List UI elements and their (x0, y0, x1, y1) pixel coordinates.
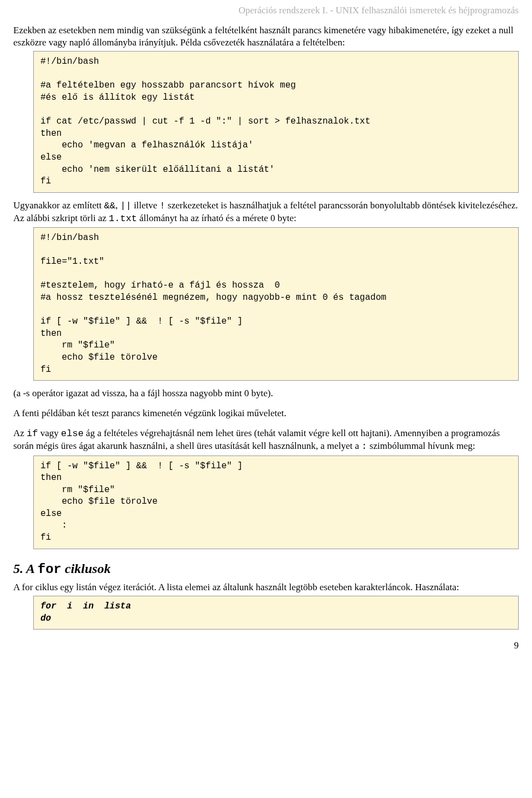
text: Ugyanakkor az említett (13, 200, 104, 211)
inline-code-else: else (61, 428, 84, 439)
paragraph-operators: Ugyanakkor az említett &&, || illetve ! … (13, 200, 519, 225)
heading-code-for: for (38, 562, 62, 577)
paragraph-two-tests: A fenti példában két teszt parancs kimen… (13, 407, 519, 420)
inline-code-and: && (104, 201, 115, 211)
text: szimbólummal hívunk meg: (367, 441, 475, 451)
page-header: Operációs rendszerek I. - UNIX felhaszná… (13, 0, 519, 17)
inline-code-filename: 1.txt (109, 213, 137, 224)
text: , (115, 200, 120, 211)
code-block-3: if [ -w "$file" ] && ! [ -s "$file" ] th… (33, 456, 519, 549)
text: Az (13, 428, 27, 438)
page-number: 9 (13, 640, 519, 652)
text: illetve (131, 200, 160, 211)
text: állományt ha az írható és a mérete 0 byt… (137, 213, 296, 223)
inline-code-not: ! (160, 201, 165, 211)
text: vagy (38, 428, 61, 438)
code-block-4: for i in lista do (33, 596, 519, 630)
paragraph-empty-branch: Az if vagy else ág a feltételes végrehaj… (13, 427, 519, 453)
paragraph-s-operator: (a -s operátor igazat ad vissza, ha a fá… (13, 387, 519, 400)
inline-code-colon: : (361, 441, 367, 452)
heading-prefix: 5. A (13, 561, 38, 576)
inline-code-if: if (27, 428, 38, 439)
code-block-1: #!/bin/bash #a feltételben egy hosszabb … (33, 51, 519, 193)
paragraph-intro: Ezekben az esetekben nem mindig van szük… (13, 24, 519, 49)
heading-suffix: ciklusok (62, 561, 111, 576)
inline-code-or: || (120, 201, 131, 211)
paragraph-for-loop: A for ciklus egy listán végez iterációt.… (13, 581, 519, 594)
code-block-2: #!/bin/bash file="1.txt" #tesztelem, hog… (33, 227, 519, 381)
section-heading-for-loops: 5. A for ciklusok (13, 560, 519, 578)
